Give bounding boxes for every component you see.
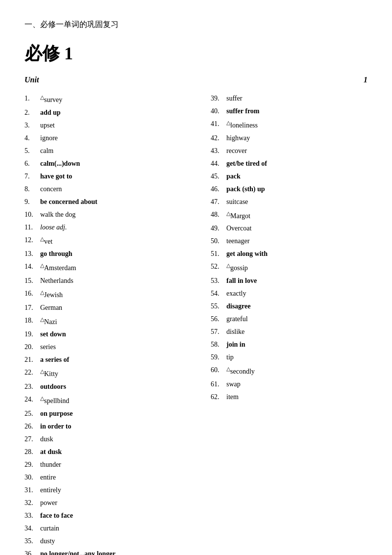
- list-item: 21.a series of: [24, 354, 211, 365]
- list-item: 25.on purpose: [24, 408, 211, 419]
- list-item: 35.dusty: [24, 536, 211, 546]
- item-text: dusty: [40, 536, 211, 546]
- item-text: △Amsterdam: [40, 261, 211, 273]
- item-number: 19.: [24, 329, 40, 339]
- item-number: 16.: [24, 288, 40, 300]
- item-text: △vet: [40, 235, 211, 247]
- list-item: 59.tip: [211, 352, 377, 362]
- list-item: 58.join in: [211, 339, 377, 350]
- list-item: 34.curtain: [24, 523, 211, 533]
- item-number: 9.: [24, 197, 40, 207]
- item-text: △secondly: [226, 365, 377, 377]
- list-item: 1.△survey: [24, 93, 211, 105]
- item-number: 45.: [211, 171, 226, 181]
- columns-container: 1.△survey2.add up3.upset4.ignore5.calm6.…: [24, 93, 368, 555]
- item-number: 44.: [211, 158, 226, 169]
- list-item: 14.△Amsterdam: [24, 261, 211, 273]
- item-text: get/be tired of: [226, 158, 377, 169]
- list-item: 41.△loneliness: [211, 119, 377, 130]
- item-number: 8.: [24, 184, 40, 194]
- list-item: 57.dislike: [211, 327, 377, 337]
- item-text: join in: [226, 339, 377, 350]
- item-number: 24.: [24, 394, 40, 406]
- list-item: 24.△spellbind: [24, 394, 211, 406]
- item-number: 1.: [24, 93, 40, 105]
- list-item: 13.go through: [24, 249, 211, 259]
- list-item: 36.no longer/not...any longer: [24, 549, 211, 555]
- item-number: 50.: [211, 236, 226, 246]
- item-text: Overcoat: [226, 223, 377, 233]
- list-item: 46.pack (sth) up: [211, 184, 377, 194]
- item-number: 10.: [24, 209, 40, 220]
- list-item: 26.in order to: [24, 421, 211, 431]
- item-number: 54.: [211, 288, 226, 299]
- list-item: 31.entirely: [24, 485, 211, 495]
- item-text: a series of: [40, 354, 211, 365]
- item-text: on purpose: [40, 408, 211, 419]
- item-number: 35.: [24, 536, 40, 546]
- list-item: 8.concern: [24, 184, 211, 194]
- item-number: 3.: [24, 120, 40, 130]
- item-number: 5.: [24, 146, 40, 156]
- list-item: 42.highway: [211, 133, 377, 143]
- list-item: 11.loose adj.: [24, 222, 211, 232]
- list-item: 43.recover: [211, 146, 377, 156]
- item-number: 11.: [24, 222, 40, 232]
- list-item: 5.calm: [24, 146, 211, 156]
- item-text: swap: [226, 379, 377, 389]
- item-text: outdoors: [40, 381, 211, 392]
- item-number: 23.: [24, 381, 40, 392]
- item-number: 25.: [24, 408, 40, 419]
- left-column: 1.△survey2.add up3.upset4.ignore5.calm6.…: [24, 93, 211, 555]
- list-item: 22.△Kitty: [24, 367, 211, 379]
- item-text: pack: [226, 171, 377, 181]
- list-item: 30.entire: [24, 472, 211, 482]
- list-item: 53.fall in love: [211, 276, 377, 286]
- list-item: 28.at dusk: [24, 447, 211, 457]
- item-text: face to face: [40, 510, 211, 521]
- item-text: Netherlands: [40, 276, 211, 286]
- item-number: 53.: [211, 276, 226, 286]
- list-item: 32.power: [24, 498, 211, 508]
- item-text: exactly: [226, 288, 377, 299]
- item-text: calm(...)down: [40, 158, 211, 169]
- unit-header: Unit 1: [24, 76, 368, 84]
- item-number: 62.: [211, 392, 226, 402]
- list-item: 17.German: [24, 303, 211, 313]
- item-number: 32.: [24, 498, 40, 508]
- item-text: tip: [226, 352, 377, 362]
- list-item: 27.dusk: [24, 434, 211, 444]
- item-text: △survey: [40, 93, 211, 105]
- item-number: 13.: [24, 249, 40, 259]
- item-text: suffer from: [226, 106, 377, 116]
- list-item: 6.calm(...)down: [24, 158, 211, 169]
- item-text: item: [226, 392, 377, 402]
- item-text: add up: [40, 107, 211, 118]
- list-item: 7.have got to: [24, 171, 211, 181]
- item-number: 41.: [211, 119, 226, 130]
- list-item: 3.upset: [24, 120, 211, 130]
- item-text: curtain: [40, 523, 211, 533]
- item-text: recover: [226, 146, 377, 156]
- list-item: 29.thunder: [24, 459, 211, 470]
- list-item: 19.set down: [24, 329, 211, 339]
- item-number: 46.: [211, 184, 226, 194]
- item-number: 14.: [24, 261, 40, 273]
- item-text: △loneliness: [226, 119, 377, 130]
- item-text: dusk: [40, 434, 211, 444]
- item-text: ignore: [40, 133, 211, 143]
- item-number: 15.: [24, 276, 40, 286]
- list-item: 39.suffer: [211, 93, 377, 103]
- item-text: entirely: [40, 485, 211, 495]
- list-item: 2.add up: [24, 107, 211, 118]
- list-item: 40.suffer from: [211, 106, 377, 116]
- main-title-section: 一、必修一单词的巩固复习 必修 1: [24, 20, 368, 66]
- item-number: 56.: [211, 314, 226, 324]
- list-item: 62.item: [211, 392, 377, 402]
- list-item: 18.△Nazi: [24, 315, 211, 327]
- item-text: go through: [40, 249, 211, 259]
- list-item: 55.disagree: [211, 301, 377, 311]
- unit-label: Unit: [24, 76, 39, 84]
- item-text: calm: [40, 146, 211, 156]
- item-number: 43.: [211, 146, 226, 156]
